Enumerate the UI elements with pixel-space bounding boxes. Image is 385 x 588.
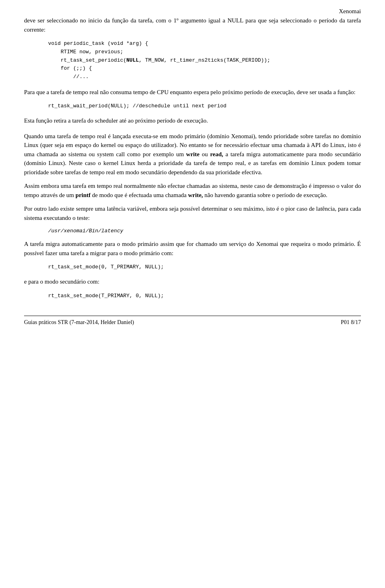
intro-paragraph: deve ser seleccionado no inicio da funçã… [24, 16, 361, 34]
paragraph-7: e para o modo secundário com: [24, 277, 361, 286]
paragraph-4: Assim embora uma tarefa em tempo real no… [24, 181, 361, 199]
paragraph-3: Quando uma tarefa de tempo real é lançad… [24, 132, 361, 177]
para4-text3: não havendo garantia sobre o período de … [203, 192, 327, 198]
page-header-brand: Xenomai [339, 8, 361, 15]
para3-bold2: read, [210, 151, 223, 157]
paragraph-2: Esta função retira a tarefa do scheduler… [24, 116, 361, 125]
code-line: rt_task_set_periodic(NULL, TM_NOW, rt_ti… [48, 56, 361, 65]
footer-left: Guias práticos STR (7-mar-2014, Helder D… [24, 319, 134, 326]
page-footer: Guias práticos STR (7-mar-2014, Helder D… [24, 316, 361, 326]
code-line: rt_task_wait_period(NULL); //deschedule … [48, 102, 361, 111]
code-block-3: /usr/xenomai/Bin/latency [48, 228, 361, 234]
code-line: rt_task_set_mode(0, T_PRIMARY, NULL); [48, 263, 361, 272]
para4-bold2: write, [188, 192, 203, 198]
paragraph-1: Para que a tarefa de tempo real não cons… [24, 88, 361, 97]
para3-bold1: write [186, 151, 199, 157]
code-line: RTIME now, previous; [48, 48, 361, 56]
para3-text2: ou [199, 151, 210, 157]
code-line: rt_task_set_mode(T_PRIMARY, 0, NULL); [48, 292, 361, 300]
code-line: //... [48, 73, 361, 81]
code-block-5: rt_task_set_mode(T_PRIMARY, 0, NULL); [48, 292, 361, 300]
para4-text2: de modo que é efectuada uma chamada [91, 192, 188, 198]
paragraph-5: Por outro lado existe sempre uma latênci… [24, 204, 361, 222]
footer-right: P01 8/17 [341, 319, 361, 326]
para4-bold1: printf [75, 192, 91, 198]
paragraph-6: A tarefa migra automaticamente para o mo… [24, 240, 361, 258]
code-line: void periodic_task (void *arg) { [48, 40, 361, 48]
code-block-4: rt_task_set_mode(0, T_PRIMARY, NULL); [48, 263, 361, 272]
code-line: for (;;) { [48, 64, 361, 73]
code-block-1: void periodic_task (void *arg) { RTIME n… [48, 40, 361, 81]
code-block-2: rt_task_wait_period(NULL); //deschedule … [48, 102, 361, 111]
